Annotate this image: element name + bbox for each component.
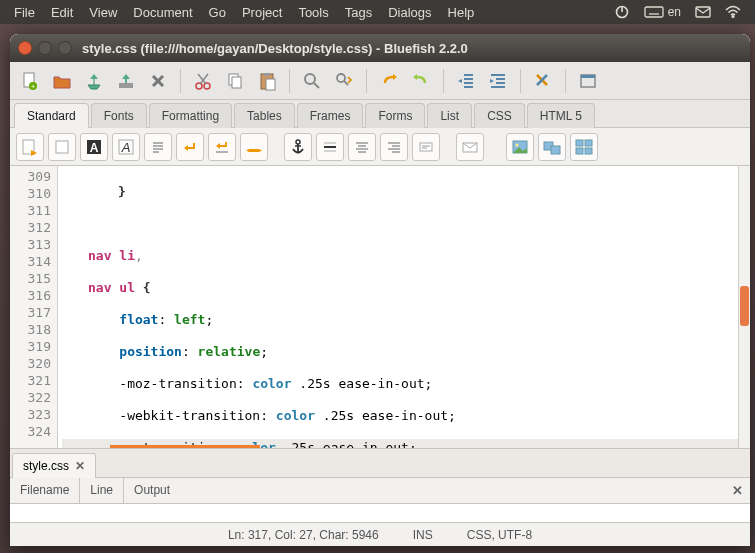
bluefish-window: style.css (file:///home/gayan/Desktop/st… (10, 34, 750, 546)
menu-tools[interactable]: Tools (290, 1, 336, 24)
preferences-button[interactable] (529, 67, 557, 95)
unindent-button[interactable] (452, 67, 480, 95)
close-button[interactable] (18, 41, 32, 55)
toolbar-separator (520, 69, 521, 93)
new-file-button[interactable]: + (16, 67, 44, 95)
menu-document[interactable]: Document (125, 1, 200, 24)
maximize-button[interactable] (58, 41, 72, 55)
save-as-button[interactable] (112, 67, 140, 95)
svg-line-28 (314, 83, 319, 88)
tab-standard[interactable]: Standard (14, 103, 89, 128)
menu-tags[interactable]: Tags (337, 1, 380, 24)
nbsp-button[interactable] (240, 133, 268, 161)
scroll-thumb[interactable] (740, 286, 749, 326)
svg-point-18 (196, 83, 202, 89)
minimize-button[interactable] (38, 41, 52, 55)
copy-button[interactable] (221, 67, 249, 95)
menu-dialogs[interactable]: Dialogs (380, 1, 439, 24)
toolbar-separator (565, 69, 566, 93)
toolbar-separator (443, 69, 444, 93)
output-col-line[interactable]: Line (80, 478, 124, 503)
hrule-button[interactable] (316, 133, 344, 161)
shutdown-icon[interactable] (614, 4, 630, 20)
menu-view[interactable]: View (81, 1, 125, 24)
status-insert-mode[interactable]: INS (413, 528, 433, 542)
tab-css[interactable]: CSS (474, 103, 525, 128)
email-button[interactable] (456, 133, 484, 161)
toolbar-separator (289, 69, 290, 93)
tab-formatting[interactable]: Formatting (149, 103, 232, 128)
line-number: 309 (10, 168, 57, 185)
line-number: 315 (10, 270, 57, 287)
status-syntax-encoding[interactable]: CSS, UTF-8 (467, 528, 532, 542)
body-button[interactable] (48, 133, 76, 161)
paragraph-button[interactable] (144, 133, 172, 161)
menu-project[interactable]: Project (234, 1, 290, 24)
svg-marker-16 (122, 74, 130, 79)
line-number: 324 (10, 423, 57, 440)
main-toolbar: + (10, 62, 750, 100)
system-indicators: en (614, 4, 749, 20)
svg-rect-46 (581, 75, 595, 78)
fullscreen-button[interactable] (574, 67, 602, 95)
modified-indicator (110, 445, 260, 448)
close-icon[interactable]: ✕ (75, 459, 85, 473)
tab-fonts[interactable]: Fonts (91, 103, 147, 128)
category-tabs: Standard Fonts Formatting Tables Frames … (10, 100, 750, 128)
quickstart-button[interactable] (16, 133, 44, 161)
keyboard-icon[interactable]: en (644, 4, 681, 20)
tab-list[interactable]: List (427, 103, 472, 128)
svg-point-27 (305, 74, 315, 84)
paste-button[interactable] (253, 67, 281, 95)
menu-edit[interactable]: Edit (43, 1, 81, 24)
status-position: Ln: 317, Col: 27, Char: 5946 (228, 528, 379, 542)
break-button[interactable] (176, 133, 204, 161)
open-file-button[interactable] (48, 67, 76, 95)
toolbar-separator (366, 69, 367, 93)
cut-button[interactable] (189, 67, 217, 95)
anchor-button[interactable] (284, 133, 312, 161)
center-button[interactable] (348, 133, 376, 161)
tab-frames[interactable]: Frames (297, 103, 364, 128)
app-menus: File Edit View Document Go Project Tools… (6, 1, 482, 24)
code-editor[interactable]: } nav li, nav ul { float: left; position… (58, 166, 738, 448)
undo-button[interactable] (375, 67, 403, 95)
tab-forms[interactable]: Forms (365, 103, 425, 128)
tab-tables[interactable]: Tables (234, 103, 295, 128)
titlebar[interactable]: style.css (file:///home/gayan/Desktop/st… (10, 34, 750, 62)
wifi-icon[interactable] (725, 4, 741, 20)
close-file-button[interactable] (144, 67, 172, 95)
find-replace-button[interactable] (330, 67, 358, 95)
comment-button[interactable] (412, 133, 440, 161)
window-controls (18, 41, 72, 55)
breakclear-button[interactable] (208, 133, 236, 161)
bold-button[interactable]: A (80, 133, 108, 161)
multithumbnail-button[interactable] (570, 133, 598, 161)
vertical-scrollbar[interactable] (738, 166, 750, 448)
line-number: 310 (10, 185, 57, 202)
output-col-filename[interactable]: Filename (10, 478, 80, 503)
thumbnail-button[interactable] (538, 133, 566, 161)
mail-icon[interactable] (695, 4, 711, 20)
menu-go[interactable]: Go (201, 1, 234, 24)
italic-button[interactable]: A (112, 133, 140, 161)
find-button[interactable] (298, 67, 326, 95)
save-button[interactable] (80, 67, 108, 95)
close-output-button[interactable]: ✕ (724, 478, 750, 503)
output-col-output[interactable]: Output (124, 478, 724, 503)
svg-marker-42 (490, 79, 494, 83)
svg-point-83 (516, 143, 519, 146)
svg-point-64 (296, 140, 300, 144)
image-button[interactable] (506, 133, 534, 161)
document-tab-stylecss[interactable]: style.css ✕ (12, 453, 96, 478)
rightalign-button[interactable] (380, 133, 408, 161)
svg-rect-78 (420, 143, 432, 151)
tab-html5[interactable]: HTML 5 (527, 103, 595, 128)
svg-rect-26 (266, 79, 275, 90)
indent-button[interactable] (484, 67, 512, 95)
menu-help[interactable]: Help (440, 1, 483, 24)
svg-marker-59 (216, 143, 220, 149)
svg-rect-49 (56, 141, 68, 153)
redo-button[interactable] (407, 67, 435, 95)
menu-file[interactable]: File (6, 1, 43, 24)
